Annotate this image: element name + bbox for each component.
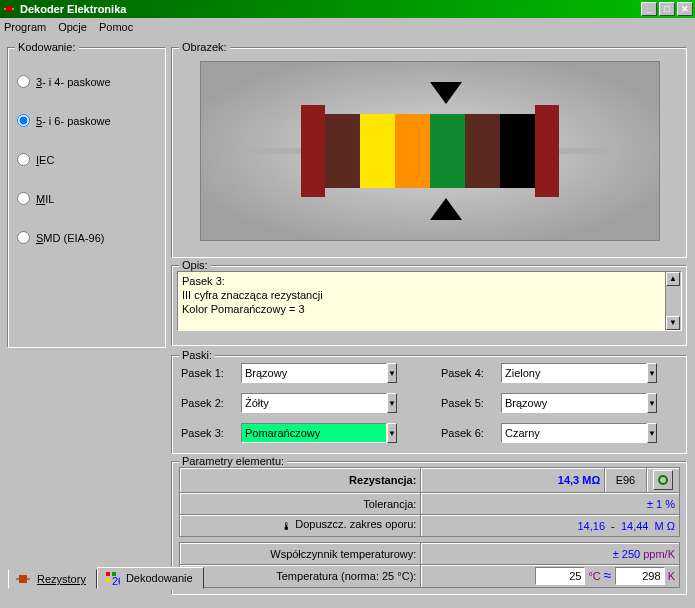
label-pasek6: Pasek 6: xyxy=(441,427,501,439)
label-pasek2: Pasek 2: xyxy=(181,397,241,409)
approx-icon: ≈ xyxy=(604,567,612,583)
opis-line-1: Pasek 3: xyxy=(182,274,677,288)
combo-pasek4[interactable]: ▼ xyxy=(501,363,641,383)
endcap-left xyxy=(301,105,325,197)
radio-smd[interactable]: SMD (EIA-96) xyxy=(17,231,161,244)
group-opis-legend: Opis: xyxy=(179,259,211,271)
label-pasek3: Pasek 3: xyxy=(181,427,241,439)
tab-dekodowanie-label: Dekodowanie xyxy=(126,572,193,584)
opis-line-3: Kolor Pomarańczowy = 3 xyxy=(182,302,677,316)
description-box: Pasek 3: III cyfra znacząca rezystancji … xyxy=(177,271,682,331)
scroll-down-button[interactable]: ▼ xyxy=(666,316,680,330)
value-zmin: 14,16 xyxy=(577,520,605,532)
svg-rect-5 xyxy=(106,572,110,576)
input-temp-c[interactable] xyxy=(535,567,585,585)
combo-pasek1-input xyxy=(241,363,387,383)
refresh-button[interactable] xyxy=(653,470,673,490)
label-temp-coef: Współczynnik temperaturowy: xyxy=(180,543,421,565)
arrow-top-icon xyxy=(430,82,462,104)
tab-dekodowanie[interactable]: 26k Dekodowanie xyxy=(97,567,204,589)
combo-pasek5[interactable]: ▼ xyxy=(501,393,641,413)
svg-rect-4 xyxy=(19,575,27,583)
label-rezystancja: Rezystancja: xyxy=(180,468,421,493)
unit-temp-coef: ppm/K xyxy=(643,548,675,560)
close-button[interactable]: ✕ xyxy=(677,2,693,16)
lead-right xyxy=(559,148,619,154)
band-5 xyxy=(465,114,500,188)
input-temp-k[interactable] xyxy=(615,567,665,585)
tab-rezystory-label: Rezystory xyxy=(37,573,86,585)
tab-rezystory[interactable]: Rezystory xyxy=(8,569,97,589)
resistor-image xyxy=(200,61,660,241)
maximize-button[interactable]: □ xyxy=(659,2,675,16)
svg-rect-7 xyxy=(106,578,110,582)
app-icon xyxy=(2,2,16,16)
value-zmax: 14,44 xyxy=(621,520,649,532)
band-2 xyxy=(360,114,395,188)
value-tolerancja: ± 1 xyxy=(647,498,662,510)
combo-pasek4-input xyxy=(501,363,647,383)
combo-pasek2-input xyxy=(241,393,387,413)
arrow-bottom-icon xyxy=(430,198,462,220)
resistor-tab-icon xyxy=(15,571,31,587)
group-paski-legend: Paski: xyxy=(179,349,215,361)
unit-temp-k: K xyxy=(668,570,675,582)
unit-tolerancja: % xyxy=(665,498,675,510)
chevron-down-icon[interactable]: ▼ xyxy=(647,363,657,383)
label-pasek4: Pasek 4: xyxy=(441,367,501,379)
radio-iec[interactable]: IEC xyxy=(17,153,161,166)
menu-pomoc[interactable]: Pomoc xyxy=(99,21,133,33)
band-3 xyxy=(395,114,430,188)
combo-pasek5-input xyxy=(501,393,647,413)
combo-pasek6[interactable]: ▼ xyxy=(501,423,641,443)
window-title: Dekoder Elektronika xyxy=(20,3,639,15)
decode-tab-icon: 26k xyxy=(104,570,120,586)
value-e96: E96 xyxy=(605,468,646,493)
band-1 xyxy=(325,114,360,188)
radio-mil[interactable]: MIL xyxy=(17,192,161,205)
value-rezystancja: 14,3 xyxy=(558,474,579,486)
radio-3-4-band[interactable]: 3- i 4- paskowe xyxy=(17,75,161,88)
label-pasek1: Pasek 1: xyxy=(181,367,241,379)
combo-pasek3-input xyxy=(241,423,387,443)
value-temp-coef: ± 250 xyxy=(613,548,640,560)
group-kodowanie-legend: Kodowanie: xyxy=(15,41,79,53)
chevron-down-icon[interactable]: ▼ xyxy=(387,423,397,443)
band-4 xyxy=(430,114,465,188)
label-temp: Temperatura (norma: 25 °C): xyxy=(180,565,421,588)
chevron-down-icon[interactable]: ▼ xyxy=(387,393,397,413)
lead-left xyxy=(241,148,301,154)
group-params-legend: Parametry elementu: xyxy=(179,455,287,467)
combo-pasek3[interactable]: ▼ xyxy=(241,423,381,443)
combo-pasek2[interactable]: ▼ xyxy=(241,393,381,413)
minimize-button[interactable]: _ xyxy=(641,2,657,16)
menu-program[interactable]: Program xyxy=(4,21,46,33)
scroll-up-button[interactable]: ▲ xyxy=(666,272,680,286)
chevron-down-icon[interactable]: ▼ xyxy=(647,423,657,443)
label-zakres: Dopuszcz. zakres oporu: xyxy=(295,518,416,530)
unit-temp-c: °C xyxy=(588,570,600,582)
resistor-core xyxy=(325,114,535,188)
band-6 xyxy=(500,114,535,188)
thermometer-icon: 🌡 xyxy=(279,519,293,533)
label-pasek5: Pasek 5: xyxy=(441,397,501,409)
opis-line-2: III cyfra znacząca rezystancji xyxy=(182,288,677,302)
label-tolerancja: Tolerancja: xyxy=(180,493,421,515)
combo-pasek6-input xyxy=(501,423,647,443)
chevron-down-icon[interactable]: ▼ xyxy=(647,393,657,413)
group-obrazek-legend: Obrazek: xyxy=(179,41,230,53)
radio-5-6-band[interactable]: 5- i 6- paskowe xyxy=(17,114,161,127)
svg-point-2 xyxy=(659,476,667,484)
combo-pasek1[interactable]: ▼ xyxy=(241,363,381,383)
endcap-right xyxy=(535,105,559,197)
unit-zakres: M Ω xyxy=(655,520,675,532)
opis-scrollbar[interactable]: ▲ ▼ xyxy=(665,272,681,330)
svg-rect-1 xyxy=(6,6,12,12)
unit-rezystancja: MΩ xyxy=(582,474,600,486)
chevron-down-icon[interactable]: ▼ xyxy=(387,363,397,383)
svg-text:26k: 26k xyxy=(112,575,120,586)
menu-opcje[interactable]: Opcje xyxy=(58,21,87,33)
